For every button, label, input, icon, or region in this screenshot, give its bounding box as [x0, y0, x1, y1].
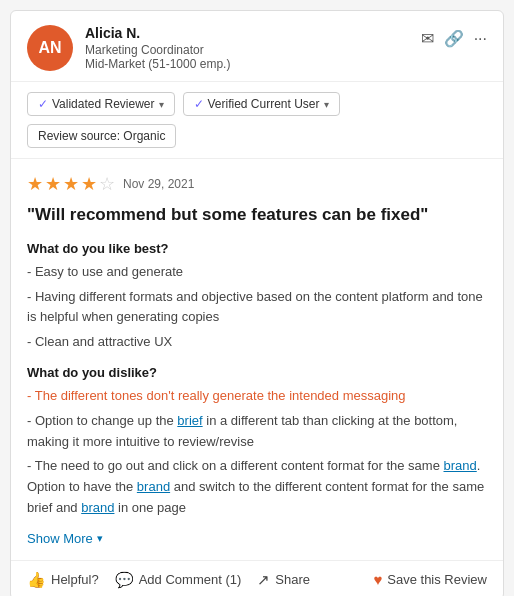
check-icon: ✓	[38, 97, 48, 111]
badge-verified-user[interactable]: ✓ Verified Current User ▾	[183, 92, 340, 116]
show-more-button[interactable]: Show More ▾	[27, 531, 487, 546]
header-icons: ✉ 🔗 ···	[421, 25, 487, 48]
star-1: ★	[27, 173, 43, 195]
like-item-0: - Easy to use and generate	[27, 262, 487, 283]
badge-label-1: Verified Current User	[208, 97, 320, 111]
card-header: AN Alicia N. Marketing Coordinator Mid-M…	[11, 11, 503, 82]
dislike-item-0: - The different tones don't really gener…	[27, 386, 487, 407]
helpful-button[interactable]: 👍 Helpful?	[27, 571, 99, 589]
review-footer: 👍 Helpful? 💬 Add Comment (1) ↗ Share ♥ S…	[11, 560, 503, 596]
dislike-item-2: - The need to go out and click on a diff…	[27, 456, 487, 518]
user-role: Marketing Coordinator	[85, 43, 230, 57]
show-more-label: Show More	[27, 531, 93, 546]
chevron-icon-1: ▾	[324, 99, 329, 110]
badge-validated-reviewer[interactable]: ✓ Validated Reviewer ▾	[27, 92, 175, 116]
dislike-item-1: - Option to change up the brief in a dif…	[27, 411, 487, 453]
star-rating: ★ ★ ★ ★ ☆	[27, 173, 115, 195]
review-card: AN Alicia N. Marketing Coordinator Mid-M…	[10, 10, 504, 596]
like-item-2: - Clean and attractive UX	[27, 332, 487, 353]
user-info: Alicia N. Marketing Coordinator Mid-Mark…	[85, 25, 230, 71]
brand-link-2: brand	[137, 479, 170, 494]
badge-review-source[interactable]: Review source: Organic	[27, 124, 176, 148]
section-dislike: What do you dislike? - The different ton…	[27, 365, 487, 519]
badge-label-2: Review source: Organic	[38, 129, 165, 143]
star-2: ★	[45, 173, 61, 195]
review-date: Nov 29, 2021	[123, 177, 194, 191]
chevron-icon-0: ▾	[159, 99, 164, 110]
share-button[interactable]: ↗ Share	[257, 571, 310, 589]
avatar: AN	[27, 25, 73, 71]
save-label: Save this Review	[387, 572, 487, 587]
star-4: ★	[81, 173, 97, 195]
section-label-1: What do you dislike?	[27, 365, 487, 380]
section-label-0: What do you like best?	[27, 241, 487, 256]
like-item-1: - Having different formats and objective…	[27, 287, 487, 329]
mail-icon[interactable]: ✉	[421, 29, 434, 48]
stars-date-row: ★ ★ ★ ★ ☆ Nov 29, 2021	[27, 173, 487, 195]
user-company: Mid-Market (51-1000 emp.)	[85, 57, 230, 71]
footer-left-actions: 👍 Helpful? 💬 Add Comment (1) ↗ Share	[27, 571, 310, 589]
more-icon[interactable]: ···	[474, 30, 487, 48]
heart-icon: ♥	[373, 571, 382, 588]
brief-link: brief	[177, 413, 202, 428]
comment-label: Add Comment (1)	[139, 572, 242, 587]
thumbs-up-icon: 👍	[27, 571, 46, 589]
brand-link-3: brand	[81, 500, 114, 515]
comment-icon: 💬	[115, 571, 134, 589]
star-5: ☆	[99, 173, 115, 195]
review-body: ★ ★ ★ ★ ☆ Nov 29, 2021 "Will recommend b…	[11, 159, 503, 560]
share-icon: ↗	[257, 571, 270, 589]
check-icon-1: ✓	[194, 97, 204, 111]
user-name: Alicia N.	[85, 25, 230, 41]
link-icon[interactable]: 🔗	[444, 29, 464, 48]
show-more-arrow-icon: ▾	[97, 532, 103, 545]
helpful-label: Helpful?	[51, 572, 99, 587]
share-label: Share	[275, 572, 310, 587]
add-comment-button[interactable]: 💬 Add Comment (1)	[115, 571, 242, 589]
badge-label-0: Validated Reviewer	[52, 97, 155, 111]
brand-link-1: brand	[444, 458, 477, 473]
user-section: AN Alicia N. Marketing Coordinator Mid-M…	[27, 25, 230, 71]
save-review-button[interactable]: ♥ Save this Review	[373, 571, 487, 588]
section-like-best: What do you like best? - Easy to use and…	[27, 241, 487, 353]
star-3: ★	[63, 173, 79, 195]
badges-row: ✓ Validated Reviewer ▾ ✓ Verified Curren…	[11, 82, 503, 159]
review-title: "Will recommend but some features can be…	[27, 203, 487, 227]
